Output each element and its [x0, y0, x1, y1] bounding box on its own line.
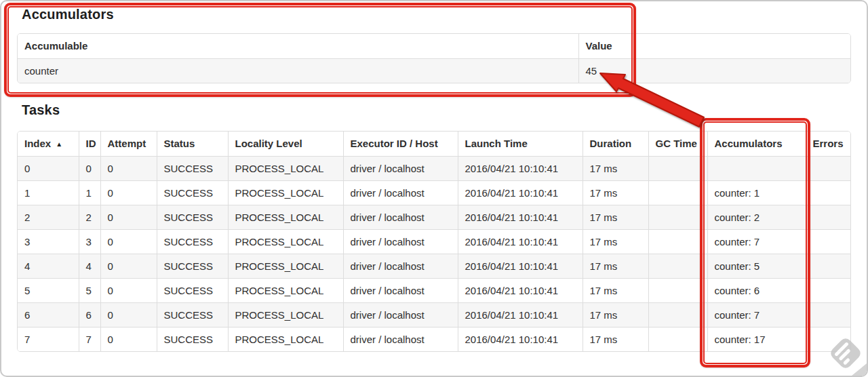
cell-executor: driver / localhost: [343, 302, 458, 327]
cell-errors: [806, 327, 851, 351]
cell-accumulators: counter: 7: [707, 229, 806, 254]
cell-executor: driver / localhost: [343, 254, 458, 278]
cell-locality: PROCESS_LOCAL: [228, 327, 343, 351]
task-row: 7 7 0 SUCCESS PROCESS_LOCAL driver / loc…: [18, 327, 851, 351]
cell-errors: [806, 205, 851, 229]
cell-status: SUCCESS: [157, 156, 228, 180]
cell-accumulators: counter: 1: [707, 180, 806, 205]
cell-id: 5: [79, 278, 100, 302]
header-attempt[interactable]: Attempt: [100, 132, 157, 156]
screenshot-frame: Accumulators Accumulable Value counter 4…: [0, 0, 868, 377]
cell-accumulators: [707, 156, 806, 180]
cell-launch-time: 2016/04/21 10:10:41: [458, 278, 583, 302]
cell-status: SUCCESS: [157, 180, 228, 205]
cell-status: SUCCESS: [157, 327, 228, 351]
cell-accumulators: counter: 5: [707, 254, 806, 278]
accumulators-table: Accumulable Value counter 45: [17, 33, 851, 83]
header-accumulable[interactable]: Accumulable: [18, 34, 578, 58]
cell-launch-time: 2016/04/21 10:10:41: [458, 254, 583, 278]
task-row: 4 4 0 SUCCESS PROCESS_LOCAL driver / loc…: [18, 254, 851, 278]
cell-launch-time: 2016/04/21 10:10:41: [458, 205, 583, 229]
cell-attempt: 0: [100, 156, 157, 180]
cell-id: 3: [79, 229, 100, 254]
cell-status: SUCCESS: [157, 229, 228, 254]
cell-attempt: 0: [100, 254, 157, 278]
cell-gc-time: [648, 302, 707, 327]
accumulators-heading: Accumulators: [22, 7, 114, 22]
tasks-table: Index▲ ID Attempt Status Locality Level …: [17, 131, 851, 352]
cell-duration: 17 ms: [583, 278, 648, 302]
cell-status: SUCCESS: [157, 205, 228, 229]
cell-locality: PROCESS_LOCAL: [228, 278, 343, 302]
cell-index: 3: [18, 229, 79, 254]
cell-status: SUCCESS: [157, 302, 228, 327]
tasks-header-row: Index▲ ID Attempt Status Locality Level …: [18, 132, 851, 156]
cell-executor: driver / localhost: [343, 229, 458, 254]
cell-accumulators: counter: 6: [707, 278, 806, 302]
cell-id: 0: [79, 156, 100, 180]
cell-duration: 17 ms: [583, 327, 648, 351]
cell-index: 4: [18, 254, 79, 278]
cell-executor: driver / localhost: [343, 156, 458, 180]
cell-launch-time: 2016/04/21 10:10:41: [458, 327, 583, 351]
cell-launch-time: 2016/04/21 10:10:41: [458, 302, 583, 327]
accumulators-header-row: Accumulable Value: [18, 34, 851, 58]
cell-id: 6: [79, 302, 100, 327]
header-errors[interactable]: Errors: [806, 132, 851, 156]
header-status[interactable]: Status: [157, 132, 228, 156]
cell-gc-time: [648, 229, 707, 254]
cell-gc-time: [648, 327, 707, 351]
cell-errors: [806, 180, 851, 205]
task-row: 6 6 0 SUCCESS PROCESS_LOCAL driver / loc…: [18, 302, 851, 327]
header-value[interactable]: Value: [578, 34, 851, 58]
header-index[interactable]: Index▲: [18, 132, 79, 156]
header-gc-time[interactable]: GC Time: [648, 132, 707, 156]
header-locality-level[interactable]: Locality Level: [228, 132, 343, 156]
cell-accumulators: counter: 2: [707, 205, 806, 229]
cell-errors: [806, 229, 851, 254]
cell-index: 1: [18, 180, 79, 205]
cell-attempt: 0: [100, 229, 157, 254]
cell-accumulators: counter: 17: [707, 327, 806, 351]
header-launch-time[interactable]: Launch Time: [458, 132, 583, 156]
cell-index: 0: [18, 156, 79, 180]
cell-duration: 17 ms: [583, 254, 648, 278]
cell-attempt: 0: [100, 205, 157, 229]
accumulator-row: counter 45: [18, 58, 851, 83]
cell-locality: PROCESS_LOCAL: [228, 180, 343, 205]
cell-accumulable-name: counter: [18, 58, 578, 83]
cell-launch-time: 2016/04/21 10:10:41: [458, 229, 583, 254]
cell-duration: 17 ms: [583, 180, 648, 205]
cell-locality: PROCESS_LOCAL: [228, 254, 343, 278]
header-id[interactable]: ID: [79, 132, 100, 156]
cell-executor: driver / localhost: [343, 278, 458, 302]
cell-gc-time: [648, 278, 707, 302]
cell-duration: 17 ms: [583, 205, 648, 229]
cell-status: SUCCESS: [157, 278, 228, 302]
cell-attempt: 0: [100, 302, 157, 327]
sort-ascending-icon: ▲: [56, 140, 62, 148]
header-duration[interactable]: Duration: [583, 132, 648, 156]
cell-gc-time: [648, 254, 707, 278]
cell-locality: PROCESS_LOCAL: [228, 229, 343, 254]
cell-errors: [806, 254, 851, 278]
task-row: 3 3 0 SUCCESS PROCESS_LOCAL driver / loc…: [18, 229, 851, 254]
cell-locality: PROCESS_LOCAL: [228, 156, 343, 180]
tasks-heading: Tasks: [22, 102, 60, 118]
task-row: 5 5 0 SUCCESS PROCESS_LOCAL driver / loc…: [18, 278, 851, 302]
cell-index: 2: [18, 205, 79, 229]
corner-curl-decoration: [852, 363, 867, 376]
cell-gc-time: [648, 156, 707, 180]
header-accumulators[interactable]: Accumulators: [707, 132, 806, 156]
cell-launch-time: 2016/04/21 10:10:41: [458, 156, 583, 180]
header-executor-id-host[interactable]: Executor ID / Host: [343, 132, 458, 156]
cell-index: 5: [18, 278, 79, 302]
cell-gc-time: [648, 180, 707, 205]
cell-accumulable-value: 45: [578, 58, 851, 83]
header-index-label: Index: [24, 138, 51, 149]
cell-id: 2: [79, 205, 100, 229]
cell-id: 7: [79, 327, 100, 351]
cell-duration: 17 ms: [583, 156, 648, 180]
cell-accumulators: counter: 7: [707, 302, 806, 327]
cell-errors: [806, 302, 851, 327]
